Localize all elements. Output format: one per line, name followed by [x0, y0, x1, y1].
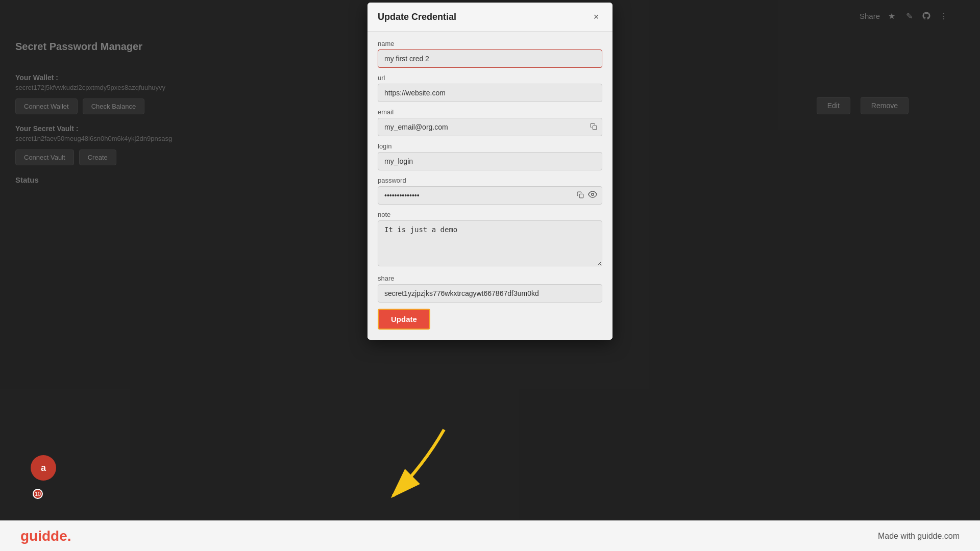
svg-rect-1 [579, 194, 583, 198]
bottom-bar: guidde. Made with guidde.com [0, 520, 980, 551]
login-label: login [378, 142, 602, 150]
name-input[interactable] [378, 49, 602, 68]
password-input-wrapper [378, 186, 602, 205]
update-button[interactable]: Update [378, 309, 430, 330]
email-input-wrapper [378, 118, 602, 136]
modal-title: Update Credential [378, 12, 456, 22]
share-field-group: share [378, 274, 602, 303]
guidde-logo: guidde. [20, 528, 71, 544]
email-label: email [378, 108, 602, 116]
password-label: password [378, 177, 602, 184]
email-copy-icon[interactable] [590, 123, 597, 132]
password-toggle-visibility-icon[interactable] [588, 190, 597, 201]
made-with-guidde: Made with guidde.com [878, 532, 960, 541]
url-field-group: url [378, 74, 602, 102]
avatar[interactable]: a [31, 455, 56, 481]
email-field-group: email [378, 108, 602, 136]
email-input[interactable] [378, 118, 602, 136]
svg-rect-0 [593, 126, 597, 130]
note-textarea[interactable]: It is just a demo [378, 220, 602, 266]
password-field-group: password [378, 177, 602, 205]
login-input[interactable] [378, 152, 602, 170]
password-copy-icon[interactable] [577, 191, 584, 200]
url-label: url [378, 74, 602, 82]
svg-point-2 [592, 193, 594, 196]
modal-close-button[interactable]: × [590, 11, 602, 23]
modal-header: Update Credential × [368, 3, 612, 32]
avatar-wrapper: a 10 [15, 491, 41, 516]
modal-body: name url email login password [368, 32, 612, 340]
share-label: share [378, 274, 602, 282]
login-field-group: login [378, 142, 602, 170]
password-input[interactable] [378, 186, 602, 205]
note-label: note [378, 211, 602, 218]
update-credential-modal: Update Credential × name url email login [368, 3, 612, 340]
name-label: name [378, 40, 602, 47]
avatar-container: a 10 [15, 491, 41, 516]
share-input[interactable] [378, 284, 602, 303]
avatar-letter: a [41, 463, 46, 473]
notification-badge: 10 [33, 489, 43, 499]
url-input[interactable] [378, 84, 602, 102]
name-field-group: name [378, 40, 602, 68]
note-field-group: note It is just a demo [378, 211, 602, 268]
